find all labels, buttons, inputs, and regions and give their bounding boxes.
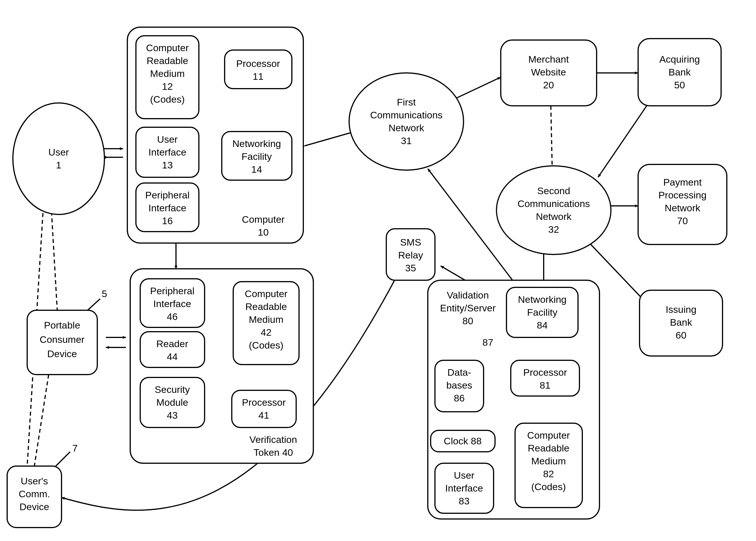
svg-text:Network: Network — [536, 211, 572, 222]
svg-text:70: 70 — [677, 215, 688, 226]
svg-text:44: 44 — [167, 351, 178, 362]
svg-text:Network: Network — [389, 122, 425, 133]
svg-text:Relay: Relay — [398, 250, 423, 261]
svg-text:14: 14 — [251, 164, 262, 175]
svg-text:Computer: Computer — [146, 42, 189, 53]
svg-text:Readable: Readable — [528, 443, 569, 453]
svg-text:Readable: Readable — [147, 55, 188, 66]
svg-text:43: 43 — [167, 410, 178, 421]
svg-text:13: 13 — [162, 160, 173, 171]
svg-text:First: First — [397, 97, 416, 108]
svg-text:Communications: Communications — [517, 198, 590, 209]
svg-text:Processing: Processing — [658, 190, 706, 201]
svg-text:46: 46 — [167, 311, 178, 322]
svg-text:50: 50 — [674, 80, 685, 90]
svg-text:Interface: Interface — [149, 203, 186, 213]
svg-text:Network: Network — [665, 203, 701, 213]
svg-text:Acquiring: Acquiring — [659, 54, 700, 65]
svg-text:Device: Device — [19, 501, 49, 512]
svg-text:Issuing: Issuing — [666, 304, 696, 315]
svg-text:16: 16 — [162, 215, 173, 226]
svg-text:42: 42 — [261, 327, 272, 338]
svg-text:84: 84 — [537, 320, 548, 330]
user-label-2: 1 — [56, 160, 62, 171]
svg-text:Computer: Computer — [245, 288, 287, 299]
svg-text:80: 80 — [462, 315, 473, 326]
svg-text:User: User — [157, 134, 178, 145]
svg-text:User's: User's — [21, 475, 48, 486]
svg-text:Second: Second — [537, 185, 570, 196]
svg-text:31: 31 — [401, 135, 412, 146]
user-label-1: User — [48, 147, 69, 158]
svg-text:bases: bases — [446, 380, 472, 391]
svg-text:Module: Module — [156, 397, 188, 408]
svg-text:Bank: Bank — [670, 317, 692, 328]
svg-text:Clock  88: Clock 88 — [444, 435, 482, 446]
svg-text:60: 60 — [676, 330, 686, 340]
ref-7: 7 — [72, 443, 78, 453]
svg-text:Peripheral: Peripheral — [150, 285, 195, 296]
svg-text:Validation: Validation — [447, 290, 489, 300]
svg-text:Data-: Data- — [447, 367, 471, 378]
user-node — [13, 103, 104, 215]
svg-text:35: 35 — [405, 263, 416, 273]
svg-text:Medium: Medium — [531, 455, 566, 466]
ref-5: 5 — [102, 288, 107, 299]
svg-text:(Codes): (Codes) — [249, 340, 284, 350]
ref-87: 87 — [482, 337, 493, 348]
processor-81 — [511, 360, 579, 396]
svg-text:Portable: Portable — [44, 320, 80, 330]
processor-41 — [232, 390, 296, 427]
svg-text:Processor: Processor — [236, 58, 280, 69]
svg-text:12: 12 — [162, 81, 173, 92]
svg-text:Entity/Server: Entity/Server — [440, 302, 496, 313]
svg-text:Processor: Processor — [523, 367, 567, 378]
svg-text:Medium: Medium — [150, 68, 185, 79]
svg-text:Networking: Networking — [232, 138, 281, 149]
svg-text:Bank: Bank — [668, 67, 691, 78]
svg-text:Website: Website — [531, 67, 566, 78]
svg-text:Interface: Interface — [149, 147, 186, 158]
svg-text:Facility: Facility — [242, 151, 272, 162]
svg-text:Interface: Interface — [445, 483, 483, 494]
svg-text:Processor: Processor — [242, 397, 286, 408]
svg-text:(Codes): (Codes) — [531, 481, 566, 492]
svg-text:Payment: Payment — [663, 177, 702, 188]
svg-text:Medium: Medium — [249, 314, 284, 325]
svg-text:32: 32 — [548, 224, 559, 235]
svg-text:Device: Device — [47, 348, 77, 359]
svg-text:Networking: Networking — [518, 294, 567, 305]
svg-text:User: User — [454, 470, 474, 481]
svg-text:Verification: Verification — [250, 434, 297, 445]
svg-text:11: 11 — [253, 71, 264, 82]
svg-text:Token   40: Token 40 — [254, 447, 293, 458]
svg-text:Interface: Interface — [153, 298, 191, 309]
svg-text:Computer: Computer — [527, 430, 570, 441]
first-comm-network — [349, 73, 464, 170]
svg-text:SMS: SMS — [400, 237, 421, 248]
svg-text:Facility: Facility — [527, 307, 557, 318]
svg-text:Computer: Computer — [242, 214, 284, 225]
svg-text:Communications: Communications — [370, 110, 442, 120]
svg-text:Consumer: Consumer — [40, 334, 85, 345]
second-comm-network — [496, 166, 611, 255]
svg-text:Comm.: Comm. — [19, 488, 50, 499]
svg-text:83: 83 — [459, 496, 470, 506]
svg-text:20: 20 — [543, 80, 554, 90]
svg-text:Peripheral: Peripheral — [145, 190, 190, 201]
svg-text:10: 10 — [258, 227, 269, 238]
svg-text:(Codes): (Codes) — [150, 94, 185, 105]
svg-text:86: 86 — [454, 393, 465, 403]
svg-text:Merchant: Merchant — [528, 54, 569, 65]
svg-text:Security: Security — [155, 384, 190, 395]
svg-text:82: 82 — [543, 468, 554, 479]
processor-11 — [225, 50, 292, 89]
reader-44 — [140, 332, 205, 367]
svg-text:41: 41 — [258, 410, 269, 421]
svg-text:Readable: Readable — [245, 301, 287, 312]
svg-text:81: 81 — [540, 380, 551, 391]
svg-text:Reader: Reader — [156, 338, 188, 349]
